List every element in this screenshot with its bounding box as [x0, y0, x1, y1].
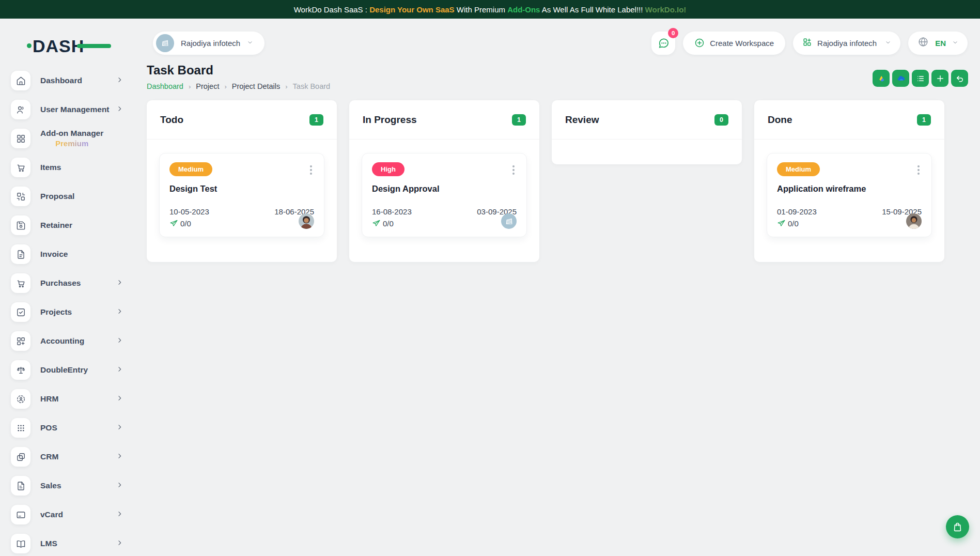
column-count-badge: 1	[512, 114, 526, 126]
sidebar-item-retainer[interactable]: Retainer	[0, 211, 134, 240]
sidebar-item-sales[interactable]: Sales	[0, 471, 134, 500]
column-header: Done 1	[754, 100, 944, 139]
language-selector[interactable]: EN	[908, 32, 968, 55]
undo-icon	[955, 74, 965, 83]
scales-icon	[11, 360, 30, 380]
list-view-button[interactable]	[912, 70, 929, 87]
sidebar-item-user-management[interactable]: User Management	[0, 95, 134, 124]
column-header: Review 0	[552, 100, 742, 139]
sidebar-item-vcard[interactable]: vCard	[0, 500, 134, 529]
assignee-avatar[interactable]	[906, 213, 922, 229]
breadcrumb-separator: ›	[285, 83, 287, 90]
send-icon	[372, 219, 381, 228]
google-drive-button[interactable]	[873, 70, 890, 87]
company-selector[interactable]: Rajodiya infotech	[793, 32, 900, 55]
task-board-page: WorkDo Dash SaaS : Design Your Own SaaS …	[0, 0, 980, 556]
send-icon	[777, 219, 786, 228]
onedrive-icon	[896, 74, 906, 83]
google-drive-icon	[877, 74, 886, 83]
grid-plus-icon	[802, 37, 812, 49]
sidebar-item-addon-manager[interactable]: Add-on Manager Premium	[0, 124, 134, 153]
priority-badge: Medium	[777, 162, 820, 176]
chevron-right-icon	[116, 394, 123, 404]
task-card[interactable]: High Design Approval 16-08-2023 03-09-20…	[362, 153, 527, 237]
card-menu-button[interactable]	[510, 162, 517, 178]
sidebar-item-doubleentry[interactable]: DoubleEntry	[0, 356, 134, 384]
sidebar-item-label: Accounting	[40, 336, 84, 346]
sidebar-item-crm[interactable]: CRM	[0, 442, 134, 471]
sidebar-item-invoice[interactable]: Invoice	[0, 240, 134, 269]
assignee-avatar-building-icon[interactable]	[501, 213, 517, 229]
sidebar-item-label: LMS	[40, 538, 57, 549]
card-menu-button[interactable]	[915, 162, 922, 178]
workspace-avatar-building-icon	[156, 34, 174, 52]
list-icon	[916, 74, 925, 83]
chevron-right-icon	[116, 307, 123, 317]
card-menu-button[interactable]	[308, 162, 314, 178]
column-title: Done	[768, 114, 792, 126]
breadcrumb-project[interactable]: Project	[196, 82, 219, 90]
sidebar-item-label: Dashboard	[40, 75, 82, 86]
column-count-badge: 1	[309, 114, 323, 126]
page-head: Task Board Dashboard › Project › Project…	[147, 63, 330, 90]
sidebar-item-projects[interactable]: Projects	[0, 298, 134, 327]
sidebar-item-accounting[interactable]: Accounting	[0, 327, 134, 356]
notification-badge: 0	[668, 28, 678, 38]
breadcrumb-project-details[interactable]: Project Details	[232, 82, 280, 90]
sidebar-item-dashboard[interactable]: Dashboard	[0, 66, 134, 95]
column-title: Review	[565, 114, 599, 126]
workspace-name: Rajodiya infotech	[181, 39, 240, 48]
chevron-down-icon	[952, 38, 958, 48]
task-checklist: 0/0	[169, 219, 191, 228]
globe-icon	[917, 36, 929, 50]
task-start-date: 01-09-2023	[777, 207, 817, 216]
breadcrumb-dashboard[interactable]: Dashboard	[147, 82, 183, 90]
chevron-right-icon	[116, 423, 123, 433]
chevron-right-icon	[116, 365, 123, 375]
chat-bubble-icon	[658, 37, 670, 49]
sidebar-item-lms[interactable]: LMS	[0, 529, 134, 556]
messages-button[interactable]: 0	[651, 32, 675, 55]
sidebar-item-label: User Management	[40, 104, 110, 115]
chevron-right-icon	[116, 539, 123, 548]
sidebar-item-label: CRM	[40, 452, 58, 462]
sidebar-item-pos[interactable]: POS	[0, 413, 134, 442]
sidebar-item-proposal[interactable]: Proposal	[0, 182, 134, 211]
column-body-empty	[552, 139, 742, 164]
task-start-date: 10-05-2023	[169, 207, 209, 216]
grid-plus-icon	[11, 331, 30, 351]
home-icon	[11, 71, 30, 90]
back-button[interactable]	[951, 70, 968, 87]
store-fab-button[interactable]	[946, 515, 969, 538]
task-card[interactable]: Medium Application wireframe 01-09-2023 …	[767, 153, 932, 237]
header-right-cluster: 0 Create Workspace Rajodiya infotech EN	[651, 32, 968, 55]
chevron-down-icon	[247, 38, 253, 48]
language-code: EN	[935, 39, 946, 48]
sidebar-item-label: Invoice	[40, 249, 68, 259]
shopping-bag-icon	[952, 521, 963, 532]
add-task-button[interactable]	[931, 70, 948, 87]
priority-badge: High	[372, 162, 405, 176]
sidebar-item-items[interactable]: Items	[0, 153, 134, 182]
sidebar-item-hrm[interactable]: HRM	[0, 384, 134, 413]
sidebar-item-purchases[interactable]: Purchases	[0, 269, 134, 298]
onedrive-button[interactable]	[892, 70, 909, 87]
sidebar-item-label: Items	[40, 162, 61, 173]
task-checklist: 0/0	[777, 219, 799, 228]
kanban-board: Todo 1 Medium Design Test 10-05-2023 18-…	[147, 100, 944, 262]
task-card[interactable]: Medium Design Test 10-05-2023 18-06-2025…	[159, 153, 324, 237]
workspace-selector[interactable]: Rajodiya infotech	[153, 32, 265, 55]
banner-workdo-link[interactable]: WorkDo.Io!	[645, 5, 687, 14]
cart-icon	[11, 273, 30, 293]
promo-banner: WorkDo Dash SaaS : Design Your Own SaaS …	[0, 0, 980, 19]
breadcrumb-separator: ›	[224, 83, 226, 90]
sidebar-item-label: Proposal	[40, 191, 74, 202]
logo-bar	[77, 44, 111, 48]
create-workspace-button[interactable]: Create Workspace	[683, 32, 785, 55]
column-body: Medium Application wireframe 01-09-2023 …	[754, 139, 944, 262]
chevron-down-icon	[885, 38, 891, 48]
top-header: Rajodiya infotech 0 Create Workspace Raj…	[153, 31, 968, 55]
assignee-avatar[interactable]	[299, 213, 314, 229]
dash-logo[interactable]: DASH	[33, 36, 84, 56]
breadcrumb-separator: ›	[189, 83, 191, 90]
